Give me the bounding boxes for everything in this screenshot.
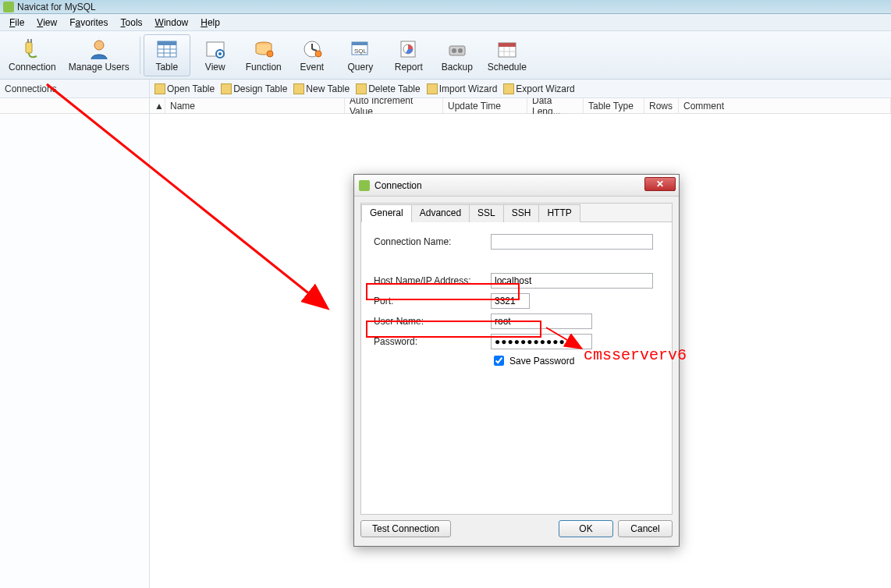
query-icon: SQL — [349, 38, 372, 60]
password-label: Password: — [374, 336, 491, 347]
menu-favorites[interactable]: Favorites — [63, 16, 114, 30]
svg-rect-2 — [30, 39, 32, 43]
tab-http[interactable]: HTTP — [538, 204, 580, 222]
svg-point-12 — [218, 52, 222, 55]
dialog-close-button[interactable]: ✕ — [644, 177, 676, 191]
toolbar-event[interactable]: Event — [289, 34, 335, 76]
tab-general[interactable]: General — [361, 204, 412, 222]
action-new-table[interactable]: New Table — [293, 83, 350, 94]
schedule-icon — [495, 38, 519, 60]
toolbar-function[interactable]: Function — [240, 34, 287, 76]
save-password-checkbox[interactable] — [494, 356, 504, 366]
svg-rect-20 — [352, 42, 367, 45]
col-update-time[interactable]: Update Time — [443, 98, 527, 113]
toolbar-connection-label: Connection — [9, 62, 56, 73]
connections-panel[interactable] — [0, 114, 150, 588]
toolbar-report-label: Report — [395, 62, 423, 73]
toolbar-manage-users-label: Manage Users — [69, 62, 130, 73]
dialog-app-icon — [359, 180, 370, 191]
tab-general-content: Connection Name: Host Name/IP Address: P… — [361, 222, 672, 379]
app-title: Navicat for MySQL — [17, 2, 96, 12]
menu-bar: File View Favorites Tools Window Help — [0, 14, 891, 31]
menu-window[interactable]: Window — [149, 16, 195, 30]
dialog-footer: Test Connection OK Cancel — [360, 518, 673, 540]
new-table-icon — [293, 83, 304, 94]
event-icon — [300, 38, 324, 60]
toolbar-view[interactable]: View — [192, 34, 239, 76]
svg-rect-1 — [27, 39, 29, 43]
toolbar-event-label: Event — [300, 62, 324, 73]
action-design-table[interactable]: Design Table — [221, 83, 287, 94]
toolbar-backup-label: Backup — [442, 62, 473, 73]
dialog-tabs: General Advanced SSL SSH HTTP — [361, 204, 672, 222]
conn-name-input[interactable] — [491, 234, 653, 250]
toolbar-function-label: Function — [246, 62, 282, 73]
col-table-type[interactable]: Table Type — [584, 98, 644, 113]
toolbar-query-label: Query — [347, 62, 373, 73]
table-icon — [155, 38, 179, 60]
action-open-table-label: Open Table — [167, 83, 215, 94]
user-label: User Name: — [374, 316, 491, 327]
save-password-label: Save Password — [509, 356, 574, 367]
user-input[interactable] — [491, 313, 592, 329]
svg-text:SQL: SQL — [354, 48, 367, 55]
toolbar-view-label: View — [205, 62, 225, 73]
app-icon — [3, 2, 14, 12]
col-sort[interactable]: ▲ — [150, 98, 165, 113]
import-wizard-icon — [427, 83, 438, 94]
conn-name-label: Connection Name: — [374, 236, 491, 247]
toolbar-backup[interactable]: Backup — [434, 34, 481, 76]
col-comment[interactable]: Comment — [679, 98, 891, 113]
menu-file[interactable]: File — [3, 16, 30, 30]
menu-view[interactable]: View — [30, 16, 63, 30]
menu-help[interactable]: Help — [194, 16, 226, 30]
toolbar-manage-users[interactable]: Manage Users — [63, 34, 135, 76]
tab-ssh[interactable]: SSH — [503, 204, 540, 222]
action-open-table[interactable]: Open Table — [154, 83, 215, 94]
plug-icon — [20, 38, 44, 60]
toolbar-table[interactable]: Table — [144, 34, 190, 76]
action-delete-table-label: Delete Table — [368, 83, 421, 94]
dialog-title: Connection — [375, 180, 422, 191]
toolbar-query[interactable]: SQL Query — [337, 34, 384, 76]
action-export-wizard-label: Export Wizard — [516, 83, 574, 94]
ok-button[interactable]: OK — [559, 520, 613, 537]
svg-rect-0 — [26, 42, 32, 53]
password-input[interactable] — [491, 334, 592, 349]
port-label: Port: — [374, 296, 491, 306]
toolbar-report[interactable]: Report — [385, 34, 432, 76]
user-icon — [87, 38, 111, 60]
action-delete-table[interactable]: Delete Table — [356, 83, 421, 94]
svg-rect-28 — [499, 43, 516, 47]
action-import-wizard[interactable]: Import Wizard — [427, 83, 498, 94]
toolbar-schedule[interactable]: Schedule — [482, 34, 532, 76]
action-new-table-label: New Table — [306, 83, 350, 94]
port-input[interactable] — [491, 293, 530, 309]
export-wizard-icon — [503, 83, 514, 94]
report-icon — [397, 38, 421, 60]
col-name[interactable]: Name — [165, 98, 345, 113]
tab-ssl[interactable]: SSL — [469, 204, 504, 222]
col-data-length[interactable]: Data Leng... — [527, 98, 584, 113]
menu-tools[interactable]: Tools — [115, 16, 149, 30]
open-table-icon — [154, 83, 165, 94]
function-icon — [252, 38, 275, 60]
title-bar: Navicat for MySQL — [0, 0, 891, 14]
test-connection-button[interactable]: Test Connection — [360, 520, 451, 537]
toolbar-schedule-label: Schedule — [488, 62, 527, 73]
action-export-wizard[interactable]: Export Wizard — [503, 83, 574, 94]
col-auto-increment[interactable]: Auto Increment Value — [345, 98, 443, 113]
host-input[interactable] — [491, 273, 653, 289]
toolbar-connection[interactable]: Connection — [3, 34, 62, 76]
cancel-button[interactable]: Cancel — [618, 520, 673, 537]
col-rows[interactable]: Rows — [644, 98, 679, 113]
dialog-body: General Advanced SSL SSH HTTP Connection… — [360, 203, 673, 515]
svg-point-14 — [267, 51, 273, 57]
sidebar-header-label: Connections — [5, 83, 57, 94]
svg-point-18 — [315, 51, 321, 57]
action-design-table-label: Design Table — [233, 83, 287, 94]
svg-rect-5 — [158, 41, 176, 45]
tab-advanced[interactable]: Advanced — [411, 204, 470, 222]
svg-point-26 — [458, 48, 463, 53]
dialog-title-bar[interactable]: Connection ✕ — [354, 175, 679, 197]
